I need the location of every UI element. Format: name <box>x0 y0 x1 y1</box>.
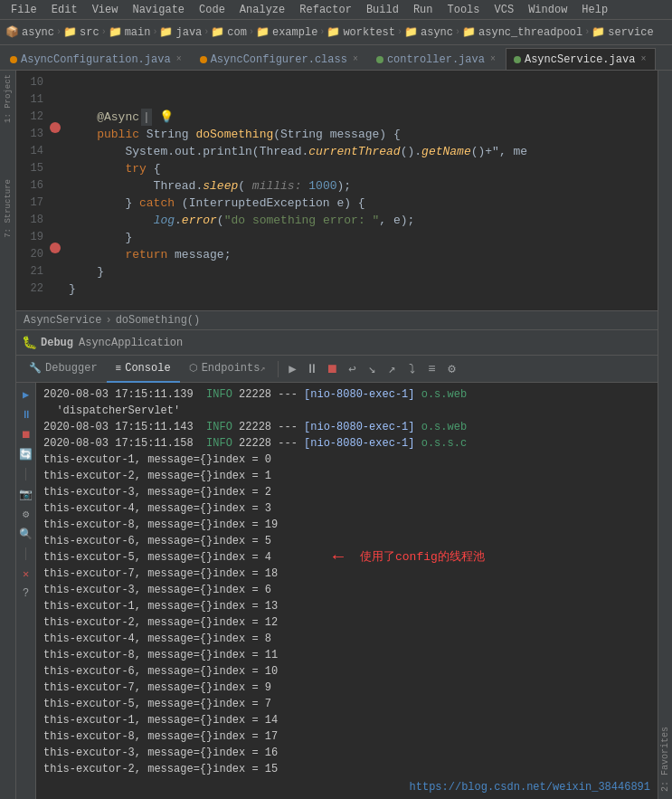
log-line-18: this-excutor-6, message={}index = 10 <box>43 663 650 680</box>
breadcrumb-item-async[interactable]: 📦 async <box>5 25 54 39</box>
breadcrumb-item-service[interactable]: 📁 service <box>592 25 653 39</box>
debug-btn-pause[interactable]: ⏸ <box>302 359 322 379</box>
console-icon-tab: ≡ <box>116 363 122 374</box>
debug-btn-step-out[interactable]: ↗ <box>382 359 402 379</box>
tab-close-controller[interactable]: × <box>490 54 496 64</box>
tab-label-asyncservice: AsyncService.java <box>525 53 635 66</box>
menu-code[interactable]: Code <box>192 2 232 18</box>
tab-close-asyncconfiguration[interactable]: × <box>176 54 182 64</box>
log-line-15: this-excutor-2, message={}index = 12 <box>43 614 650 631</box>
console-output[interactable]: 2020-08-03 17:15:11.139 INFO 22228 --- [… <box>36 383 658 799</box>
tabs-bar: AsyncConfiguration.java × AsyncConfigure… <box>0 45 672 71</box>
breadcrumb-item-src[interactable]: 📁 src <box>63 25 99 39</box>
log-line-2: 'dispatcherServlet' <box>43 403 650 419</box>
log-line-5: this-excutor-1, message={}index = 0 <box>43 452 650 468</box>
menu-help[interactable]: Help <box>574 2 615 18</box>
code-line-16: Thread.sleep( millis: 1000); <box>69 177 650 195</box>
tab-label-controller: controller.java <box>387 53 485 66</box>
breadcrumb-item-com[interactable]: 📁 com <box>211 25 247 39</box>
debug-btn-run-to-cursor[interactable]: ⤵ <box>402 359 421 379</box>
console-clear-icon[interactable]: ✕ <box>18 566 34 582</box>
tab-dot-asyncconfiguration <box>10 56 17 63</box>
status-breadcrumb-dosomething: doSomething() <box>116 314 201 327</box>
code-line-14: System.out.println(Thread.currentThread(… <box>69 143 650 160</box>
debugger-icon: 🔧 <box>29 362 42 374</box>
debug-btn-step-into[interactable]: ↘ <box>362 359 382 379</box>
code-line-12: @Async | 💡 <box>69 109 650 126</box>
tab-console[interactable]: ≡ Console <box>107 356 180 383</box>
breadcrumb-label-example: example <box>272 26 317 39</box>
log-line-23: this-excutor-3, message={}index = 16 <box>43 745 650 761</box>
console-pause-icon[interactable]: ⏸ <box>18 406 34 423</box>
menu-build[interactable]: Build <box>359 2 406 18</box>
code-content[interactable]: @Async | 💡 public String doSomething(Str… <box>62 71 658 310</box>
watermark: https://blog.csdn.net/weixin_38446891 <box>410 779 650 795</box>
debug-btn-settings[interactable]: ⚙ <box>441 359 461 379</box>
breadcrumb-sep6: › <box>319 27 325 37</box>
console-settings-icon[interactable]: ⚙ <box>18 506 34 522</box>
sidebar-icon-1[interactable]: 1: Project <box>2 74 14 123</box>
tab-debugger[interactable]: 🔧 Debugger <box>20 356 107 383</box>
sidebar-icon-7[interactable]: 7: Structure <box>2 179 14 238</box>
breadcrumb-sep5: › <box>249 27 254 37</box>
menu-refactor[interactable]: Refactor <box>292 2 359 18</box>
main-layout: 1: Project 7: Structure 10 11 12 13 14 1… <box>0 71 672 799</box>
console-stop-icon[interactable]: ⏹ <box>18 426 34 442</box>
log-line-14: this-excutor-1, message={}index = 13 <box>43 598 650 614</box>
editor-column: 10 11 12 13 14 15 16 17 18 19 20 21 22 <box>16 71 658 799</box>
breadcrumb-label-async: async <box>22 26 54 39</box>
tab-dot-asyncservice <box>514 56 521 63</box>
tab-asyncservice[interactable]: AsyncService.java × <box>506 48 656 70</box>
console-filter-icon[interactable]: 🔍 <box>18 526 34 542</box>
tab-controller[interactable]: controller.java × <box>368 48 506 70</box>
log-line-20: this-excutor-5, message={}index = 7 <box>43 696 650 712</box>
console-play-icon[interactable]: ▶ <box>18 386 34 403</box>
breadcrumb-sep8: › <box>455 27 460 37</box>
breadcrumb-item-worktest[interactable]: 📁 worktest <box>327 25 395 39</box>
tab-close-asyncservice[interactable]: × <box>640 54 646 64</box>
menu-file[interactable]: File <box>4 2 44 18</box>
annotation-arrow: ← <box>333 549 344 566</box>
console-capture-icon[interactable]: 📷 <box>18 486 34 502</box>
menu-run[interactable]: Run <box>406 2 440 18</box>
menu-window[interactable]: Window <box>521 2 574 18</box>
menu-vcs[interactable]: VCS <box>487 2 522 18</box>
endpoints-icon: ⬡ <box>189 362 198 374</box>
log-line-9: this-excutor-8, message={}index = 19 <box>43 517 650 533</box>
log-line-3: 2020-08-03 17:15:11.143 INFO 22228 --- [… <box>43 419 650 435</box>
tab-endpoints[interactable]: ⬡ Endpoints ↗ <box>180 356 275 383</box>
debug-title: Debug <box>41 337 73 349</box>
status-arrow: › <box>105 314 111 327</box>
breadcrumb-sep4: › <box>203 27 209 37</box>
console-section: ▶ ⏸ ⏹ 🔄 📷 ⚙ 🔍 ✕ ? 2020-08-03 17:1 <box>16 383 658 799</box>
breadcrumb-item-async2[interactable]: 📁 async <box>404 25 453 39</box>
console-label: Console <box>125 362 170 375</box>
console-help-icon[interactable]: ? <box>18 585 34 602</box>
debug-btn-stop[interactable]: ⏹ <box>322 359 342 379</box>
debug-btn-step-over[interactable]: ↩ <box>342 359 362 379</box>
debug-bug-icon: 🐛 <box>22 335 37 350</box>
editor-area[interactable]: 10 11 12 13 14 15 16 17 18 19 20 21 22 <box>16 71 658 310</box>
annotation-text: 使用了config的线程池 <box>360 549 485 566</box>
breadcrumb-item-example[interactable]: 📁 example <box>256 25 317 39</box>
console-restart-icon[interactable]: 🔄 <box>18 446 34 462</box>
tab-asyncconfiguration[interactable]: AsyncConfiguration.java × <box>2 48 192 70</box>
tab-close-asyncconfigurer[interactable]: × <box>353 54 358 64</box>
menu-navigate[interactable]: Navigate <box>125 2 192 18</box>
log-line-21: this-excutor-1, message={}index = 14 <box>43 712 650 728</box>
menu-tools[interactable]: Tools <box>440 2 487 18</box>
menu-edit[interactable]: Edit <box>44 2 85 18</box>
menu-view[interactable]: View <box>85 2 126 18</box>
code-line-22: } <box>69 281 650 298</box>
breadcrumb-item-java[interactable]: 📁 java <box>159 25 202 39</box>
breadcrumb-label-async2: async <box>421 26 453 39</box>
debug-btn-eval[interactable]: ≡ <box>421 359 441 379</box>
endpoints-arrow: ↗ <box>260 363 265 374</box>
breadcrumb-item-async-threadpool[interactable]: 📁 async_threadpool <box>462 25 582 39</box>
debug-btn-resume[interactable]: ▶ <box>282 359 302 379</box>
log-line-10: this-excutor-6, message={}index = 5 <box>43 533 650 549</box>
breadcrumb-item-main[interactable]: 📁 main <box>109 25 151 39</box>
tab-asyncconfigurer[interactable]: AsyncConfigurer.class × <box>192 48 368 70</box>
menu-analyze[interactable]: Analyze <box>232 2 292 18</box>
log-line-7: this-excutor-3, message={}index = 2 <box>43 484 650 500</box>
